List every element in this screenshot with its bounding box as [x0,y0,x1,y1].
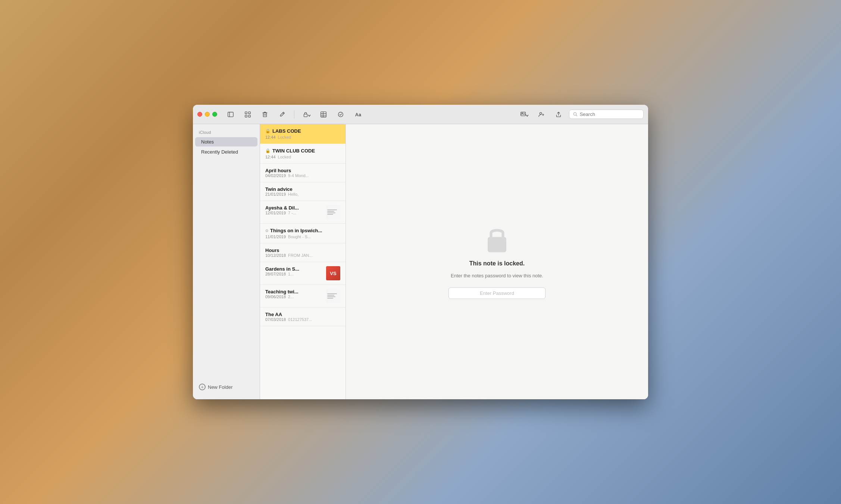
password-input[interactable] [448,287,545,299]
note-body: April hours 04/02/2019 9-4 Mond... [265,168,340,178]
search-icon [573,112,578,117]
note-item-things-ipswich[interactable]: ⊙ Things on in Ipswich... 11/01/2019 Bou… [260,224,346,243]
checklist-icon [337,111,344,118]
toolbar-sep-1 [294,110,294,119]
note-header: ⊙ Things on in Ipswich... [265,228,340,233]
note-text: Twin advice 21/01/2019 Hello, [265,186,340,196]
svg-rect-24 [488,237,506,252]
note-preview: 7 -... [288,211,296,215]
note-date: 11/01/2019 [265,234,286,239]
note-meta: 12/01/2019 7 -... [265,211,323,215]
note-title: Ayesha & Dil... [265,205,323,211]
search-bar[interactable] [569,110,644,119]
note-title: The AA [265,312,340,317]
note-meta: 12:44 Locked [265,135,340,139]
note-item-ayesha-dil[interactable]: Ayesha & Dil... 12/01/2019 7 -... [260,201,346,224]
note-preview: Locked [278,155,291,159]
note-title: Things on in Ipswich... [270,228,322,233]
note-date: 21/01/2019 [265,192,286,196]
note-item-labs-code[interactable]: 🔒 LABS CODE 12:44 Locked [260,124,346,144]
trash-icon [262,111,268,118]
note-body: ⊙ Things on in Ipswich... 11/01/2019 Bou… [265,228,340,239]
note-header: 🔒 LABS CODE [265,128,340,134]
notes-window: Aa [193,105,648,399]
note-date: 10/12/2018 [265,253,286,258]
note-date: 12:44 [265,155,276,159]
svg-line-9 [283,113,284,114]
thumb-doc [326,205,340,219]
media-button[interactable] [518,109,531,120]
grid-view-button[interactable] [241,109,254,120]
plus-icon: + [199,384,206,390]
lock-button[interactable] [300,109,313,120]
sidebar-item-notes[interactable]: Notes [195,137,257,147]
sidebar-item-recently-deleted[interactable]: Recently Deleted [195,147,257,157]
note-item-twin-club-code[interactable]: 🔒 TWIN CLUB CODE 12:44 Locked [260,144,346,164]
checklist-button[interactable] [334,109,347,120]
format-icon: Aa [354,111,361,118]
sidebar-toggle-icon [227,111,234,118]
note-preview: Hello, [288,192,298,196]
note-thumbnail [326,205,340,219]
note-date: 07/03/2018 [265,317,286,322]
note-meta: 09/06/2018 2... [265,294,323,299]
note-meta: 10/12/2018 FROM JAN... [265,253,340,258]
locked-title: This note is locked. [469,260,525,267]
svg-rect-2 [245,111,247,113]
grid-icon [244,111,251,118]
svg-text:Aa: Aa [355,112,361,117]
svg-rect-4 [245,115,247,117]
note-text: Ayesha & Dil... 12/01/2019 7 -... [265,205,323,215]
note-date: 04/02/2019 [265,173,286,178]
new-folder-button[interactable]: + New Folder [199,384,232,390]
note-title: Hours [265,248,340,253]
note-title: Gardens in S... [265,266,323,272]
note-preview: 9-4 Mond... [288,173,309,178]
note-title: LABS CODE [272,128,301,134]
compose-button[interactable] [275,109,289,120]
note-text: Teaching twi... 09/06/2018 2... [265,289,323,299]
minimize-button[interactable] [205,112,210,117]
note-date: 09/06/2018 [265,294,286,299]
search-input[interactable] [580,111,640,117]
note-body: Teaching twi... 09/06/2018 2... [265,289,340,303]
note-item-the-aa[interactable]: The AA 07/03/2018 012127537... [260,308,346,326]
note-thumbnail: VS [326,266,340,280]
note-body: Ayesha & Dil... 12/01/2019 7 -... [265,205,340,219]
note-item-gardens[interactable]: Gardens in S... 28/07/2018 1... VS [260,262,346,285]
media-chevron-icon [526,114,529,117]
sidebar: iCloud Notes Recently Deleted + New Fold… [193,124,260,399]
note-item-twin-advice[interactable]: Twin advice 21/01/2019 Hello, [260,182,346,201]
note-meta: 04/02/2019 9-4 Mond... [265,173,340,178]
note-text: The AA 07/03/2018 012127537... [265,312,340,322]
password-input-wrapper [448,287,545,299]
note-preview: 1... [288,272,294,276]
new-folder-label: New Folder [208,384,232,390]
table-icon [320,111,327,118]
svg-rect-10 [304,114,307,117]
note-body: The AA 07/03/2018 012127537... [265,312,340,322]
thumb-doc [326,289,340,303]
note-item-teaching-twi[interactable]: Teaching twi... 09/06/2018 2... [260,285,346,308]
note-body: Hours 10/12/2018 FROM JAN... [265,248,340,258]
collaborate-button[interactable] [535,109,548,120]
share-button[interactable] [552,109,565,120]
note-text: April hours 04/02/2019 9-4 Mond... [265,168,340,178]
pinned-icon: ⊙ [265,229,268,233]
delete-button[interactable] [258,109,272,120]
note-body: Twin advice 21/01/2019 Hello, [265,186,340,196]
note-preview: 012127537... [288,317,312,322]
maximize-button[interactable] [212,112,217,117]
svg-rect-0 [228,112,233,117]
detail-pane: This note is locked. Enter the notes pas… [346,124,648,399]
close-button[interactable] [197,112,202,117]
share-icon [555,111,562,118]
svg-point-22 [573,113,576,116]
note-item-april-hours[interactable]: April hours 04/02/2019 9-4 Mond... [260,164,346,182]
format-button[interactable]: Aa [351,109,365,120]
note-meta: 12:44 Locked [265,155,340,159]
table-button[interactable] [317,109,330,120]
sidebar-toggle-button[interactable] [224,109,237,120]
note-title: TWIN CLUB CODE [272,148,315,154]
note-item-hours[interactable]: Hours 10/12/2018 FROM JAN... [260,243,346,262]
